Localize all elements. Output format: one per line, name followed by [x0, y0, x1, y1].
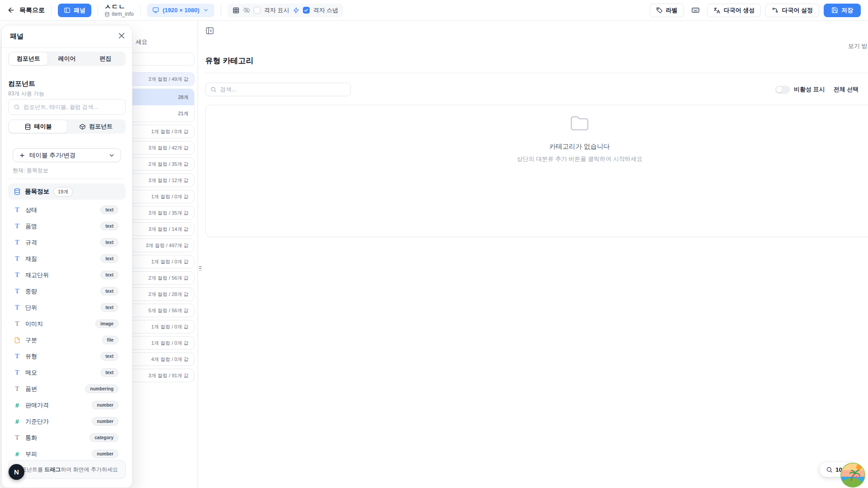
source-tab-component[interactable]: 컴포넌트	[67, 120, 125, 133]
panel-divider	[8, 178, 126, 179]
field-type-badge: number	[92, 417, 118, 426]
panel-toggle-button[interactable]: 패널	[58, 4, 91, 17]
field-row[interactable]: T유형text	[8, 349, 126, 364]
save-label: 저장	[841, 6, 853, 14]
top-toolbar: 목록으로 패널 ㅅㄷㄴ item_info (868 × 488) 격자 표…	[0, 0, 868, 21]
drag-hint-bold: 드래그	[44, 466, 61, 473]
drag-hint: 컴포넌트를 드래그하여 화면에 추가하세요	[8, 460, 126, 479]
number-type-icon: #	[14, 418, 21, 425]
close-icon[interactable]	[118, 32, 126, 40]
field-label: 판매가격	[25, 401, 49, 409]
source-tab-table[interactable]: 테이블	[9, 120, 67, 133]
source-tab-table-label: 테이블	[34, 122, 52, 131]
field-type-badge: number	[92, 401, 118, 409]
table-count-badge: 19개	[53, 187, 73, 197]
grid-icon	[232, 7, 240, 14]
tab-edit[interactable]: 편집	[86, 52, 125, 65]
field-row[interactable]: #판매가격number	[8, 398, 126, 413]
table-item[interactable]: 품목정보 19개	[8, 183, 126, 200]
field-row[interactable]: 구분file	[8, 333, 126, 347]
island-avatar-icon	[840, 462, 866, 488]
toolbar-separator	[98, 5, 98, 16]
empty-state-subtitle: 상단의 대분류 추가 버튼을 클릭하여 시작하세요	[489, 155, 670, 163]
text-type-icon: T	[14, 370, 21, 376]
collapse-sidebar-button[interactable]	[205, 26, 215, 36]
chevron-down-icon	[108, 152, 115, 159]
grid-snap-checkbox[interactable]	[303, 7, 310, 14]
field-row[interactable]: T상태text	[8, 202, 126, 217]
keyboard-shortcuts-button[interactable]	[689, 4, 703, 17]
drawer-hint-fragment: 세요	[136, 38, 147, 46]
text-type-icon: T	[14, 353, 21, 360]
components-panel: 패널 컴포넌트 레이어 편집 컴포넌트 83개 사용 가능 테이블 컴포넌트	[1, 25, 132, 488]
lightning-icon	[293, 7, 299, 14]
check-icon	[304, 8, 308, 13]
tab-layers[interactable]: 레이어	[47, 52, 86, 65]
grid-show-checkbox[interactable]	[254, 7, 260, 14]
field-label: 통화	[25, 434, 37, 442]
translate-icon	[713, 7, 721, 14]
monitor-icon	[152, 7, 159, 14]
source-tabs: 테이블 컴포넌트	[8, 119, 126, 134]
empty-category-card: 카테고리가 없습니다 상단의 대분류 추가 버튼을 클릭하여 시작하세요	[205, 105, 868, 237]
back-to-list-button[interactable]: 목록으로	[7, 6, 45, 14]
grid-show-label: 격자 표시	[264, 6, 289, 14]
back-label: 목록으로	[19, 6, 45, 14]
tab-components[interactable]: 컴포넌트	[9, 52, 47, 65]
field-type-badge: text	[100, 303, 118, 312]
select-all-button[interactable]: 전체 선택	[834, 85, 859, 94]
panel-title: 패널	[10, 32, 24, 41]
label-button-text: 라벨	[666, 6, 678, 14]
number-type-icon: #	[14, 402, 21, 408]
category-search[interactable]	[205, 83, 351, 96]
field-label: 단위	[25, 304, 37, 312]
plus-icon	[19, 152, 25, 159]
empty-state-title: 카테고리가 없습니다	[489, 142, 670, 151]
search-icon	[14, 104, 20, 110]
field-row[interactable]: #기준단가number	[8, 414, 126, 429]
add-table-dropdown[interactable]: 테이블 추가/변경	[13, 148, 121, 162]
i18n-settings-button[interactable]: 다국어 설정	[765, 4, 819, 17]
grid-controls: 격자 표시 격자 스냅	[227, 4, 343, 17]
document-title: ㅅㄷㄴ	[104, 3, 134, 10]
field-label: 유형	[25, 352, 37, 361]
section-title: 컴포넌트	[8, 80, 35, 88]
field-row[interactable]: T품번numbering	[8, 381, 126, 396]
field-row[interactable]: T재질text	[8, 251, 126, 266]
drawer-resize-grip[interactable]	[199, 266, 202, 271]
i18n-generate-button[interactable]: 다국어 생성	[707, 4, 761, 17]
field-row[interactable]: T품명text	[8, 219, 126, 234]
package-icon	[79, 123, 86, 130]
current-table-label: 현재: 품목정보	[13, 167, 48, 174]
text-type-icon-muted: T	[14, 386, 21, 392]
field-row[interactable]: T통화category	[8, 430, 126, 445]
category-search-input[interactable]	[220, 86, 346, 93]
label-button[interactable]: 라벨	[650, 4, 684, 17]
field-row[interactable]: T중량text	[8, 284, 126, 299]
canvas-divider	[205, 73, 868, 73]
i18n-settings-label: 다국어 설정	[782, 6, 813, 14]
category-controls: 비활성 표시 전체 선택 전	[775, 83, 868, 96]
field-row[interactable]: T규격text	[8, 235, 126, 250]
field-label: 부피	[25, 450, 37, 458]
tag-icon	[656, 7, 663, 14]
field-label: 메모	[25, 369, 37, 377]
folder-icon	[569, 113, 590, 132]
toolbar-separator	[51, 5, 52, 16]
resolution-selector[interactable]: (868 × 488)	[147, 4, 214, 17]
field-list: T상태textT품명textT규격textT재질textT재고단위textT중량…	[8, 202, 126, 463]
field-row[interactable]: T재고단위text	[8, 267, 126, 282]
component-search[interactable]	[8, 99, 126, 115]
text-type-icon: T	[14, 239, 21, 246]
save-button[interactable]: 저장	[824, 4, 861, 17]
panel-tabs: 컴포넌트 레이어 편집	[8, 52, 126, 66]
field-type-badge: text	[100, 271, 118, 279]
field-row[interactable]: T이미지image	[8, 316, 126, 331]
resolution-label: (868 × 488)	[163, 7, 199, 14]
field-row[interactable]: T메모text	[8, 365, 126, 380]
field-row[interactable]: #부피number	[8, 446, 126, 461]
field-row[interactable]: T단위text	[8, 300, 126, 315]
field-type-badge: category	[90, 433, 118, 442]
component-search-input[interactable]	[24, 104, 120, 110]
inactive-toggle[interactable]	[775, 86, 790, 94]
